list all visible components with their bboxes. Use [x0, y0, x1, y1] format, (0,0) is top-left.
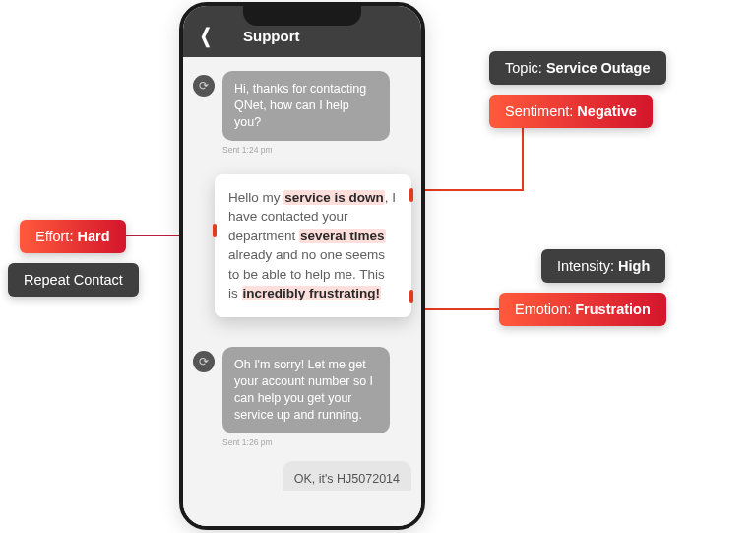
tag-label: Topic: — [505, 60, 546, 76]
message-row-agent: ⟳ Oh I'm sorry! Let me get your account … — [193, 347, 411, 433]
tag-label: Effort: — [35, 229, 77, 244]
tag-label: Emotion: — [515, 301, 575, 317]
connector-line — [417, 189, 524, 191]
message-row-agent: ⟳ Hi, thanks for contacting QNet, how ca… — [193, 71, 411, 141]
user-message-bubble: OK, it's HJ5072014 — [283, 461, 411, 492]
highlight-service-down: service is down — [284, 190, 385, 205]
nav-title: Support — [243, 28, 300, 44]
callout-tick — [410, 290, 413, 303]
tag-value: Frustration — [575, 301, 651, 317]
tag-intensity: Intensity: High — [541, 249, 665, 283]
phone-notch — [243, 4, 361, 26]
tag-label: Repeat Contact — [24, 272, 123, 288]
tag-sentiment: Sentiment: Negative — [489, 95, 653, 128]
callout-tick — [410, 188, 413, 202]
phone-frame: ❮ Support ⟳ Hi, thanks for contacting QN… — [179, 2, 425, 530]
highlight-several-times: several times — [299, 229, 386, 243]
user-message-highlighted: Hello my service is down, I have contact… — [215, 174, 411, 317]
chat-area: ⟳ Hi, thanks for contacting QNet, how ca… — [183, 57, 421, 526]
timestamp: Sent 1:24 pm — [222, 145, 411, 155]
message-row-user: OK, it's HJ5072014 — [193, 461, 411, 492]
agent-avatar-icon: ⟳ — [193, 351, 215, 372]
tag-label: Intensity: — [557, 258, 618, 274]
tag-value: Negative — [577, 103, 636, 119]
tag-effort: Effort: Hard — [20, 220, 126, 253]
highlight-frustrating: incredibly frustrating! — [242, 286, 382, 300]
back-button[interactable]: ❮ — [200, 24, 212, 47]
agent-message-bubble: Oh I'm sorry! Let me get your account nu… — [222, 347, 390, 433]
connector-line — [522, 128, 524, 191]
tag-topic: Topic: Service Outage — [489, 51, 666, 85]
tag-value: Hard — [77, 229, 109, 244]
timestamp: Sent 1:26 pm — [222, 437, 411, 447]
text-fragment: Hello my — [228, 190, 284, 205]
agent-avatar-icon: ⟳ — [193, 75, 215, 97]
callout-tick — [213, 224, 217, 237]
tag-emotion: Emotion: Frustration — [499, 293, 666, 326]
tag-repeat-contact: Repeat Contact — [8, 263, 139, 297]
tag-value: Service Outage — [546, 60, 651, 76]
tag-value: High — [618, 258, 650, 274]
agent-message-bubble: Hi, thanks for contacting QNet, how can … — [222, 71, 390, 141]
connector-line — [418, 308, 499, 310]
message-row-user: Hello my service is down, I have contact… — [193, 174, 411, 317]
tag-label: Sentiment: — [505, 103, 577, 119]
